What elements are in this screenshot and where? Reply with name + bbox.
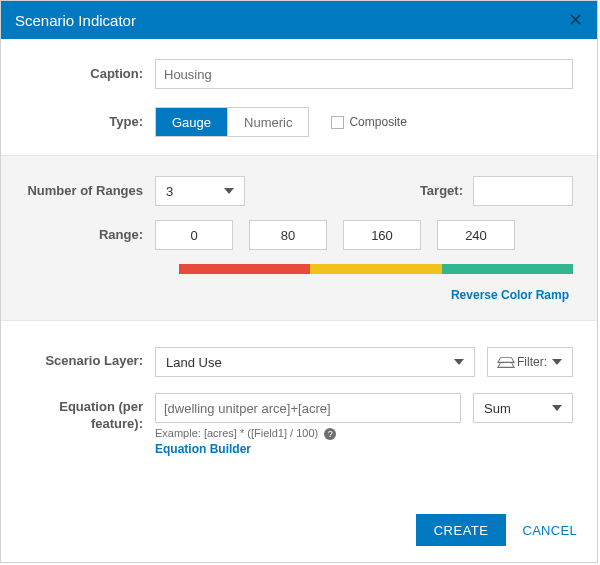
chevron-down-icon bbox=[552, 405, 562, 411]
equation-builder-link[interactable]: Equation Builder bbox=[155, 442, 573, 456]
aggregation-select[interactable]: Sum bbox=[473, 393, 573, 423]
equation-input[interactable] bbox=[155, 393, 461, 423]
equation-example: Example: [acres] * ([Field1] / 100) ? bbox=[155, 427, 573, 440]
range-inputs bbox=[155, 220, 573, 250]
cancel-button[interactable]: CANCEL bbox=[522, 523, 577, 538]
aggregation-value: Sum bbox=[484, 401, 511, 416]
scenario-layer-select[interactable]: Land Use bbox=[155, 347, 475, 377]
range-stop-0[interactable] bbox=[155, 220, 233, 250]
range-stop-2[interactable] bbox=[343, 220, 421, 250]
create-button[interactable]: CREATE bbox=[416, 514, 507, 546]
checkbox-icon[interactable] bbox=[331, 116, 344, 129]
reverse-color-ramp-link[interactable]: Reverse Color Ramp bbox=[25, 288, 569, 302]
layers-icon bbox=[498, 356, 512, 368]
caption-input[interactable] bbox=[155, 59, 573, 89]
chevron-down-icon bbox=[224, 188, 234, 194]
target-input[interactable] bbox=[473, 176, 573, 206]
close-icon[interactable]: ✕ bbox=[568, 9, 583, 31]
dialog-footer: CREATE CANCEL bbox=[1, 498, 597, 562]
ranges-panel: Number of Ranges 3 Target: Range: Revers… bbox=[1, 155, 597, 321]
help-icon[interactable]: ? bbox=[324, 428, 336, 440]
type-label: Type: bbox=[25, 114, 155, 131]
color-ramp bbox=[179, 264, 573, 274]
num-ranges-label: Number of Ranges bbox=[25, 183, 155, 200]
scenario-indicator-dialog: Scenario Indicator ✕ Caption: Type: Gaug… bbox=[0, 0, 598, 563]
equation-label: Equation (per feature): bbox=[25, 393, 155, 433]
filter-button[interactable]: Filter: bbox=[487, 347, 573, 377]
ramp-seg-2 bbox=[442, 264, 573, 274]
bottom-section: Scenario Layer: Land Use Filter: Equatio… bbox=[1, 321, 597, 478]
caption-label: Caption: bbox=[25, 66, 155, 83]
filter-label: Filter: bbox=[517, 355, 547, 369]
ramp-seg-1 bbox=[310, 264, 441, 274]
range-stop-1[interactable] bbox=[249, 220, 327, 250]
dialog-title: Scenario Indicator bbox=[15, 12, 136, 29]
num-ranges-value: 3 bbox=[166, 184, 173, 199]
type-numeric-button[interactable]: Numeric bbox=[227, 108, 308, 136]
type-gauge-button[interactable]: Gauge bbox=[156, 108, 227, 136]
composite-label: Composite bbox=[349, 115, 406, 129]
scenario-layer-label: Scenario Layer: bbox=[25, 347, 155, 370]
ramp-seg-0 bbox=[179, 264, 310, 274]
type-segmented: Gauge Numeric bbox=[155, 107, 309, 137]
range-label: Range: bbox=[25, 227, 155, 244]
chevron-down-icon bbox=[552, 359, 562, 365]
dialog-header: Scenario Indicator ✕ bbox=[1, 1, 597, 39]
scenario-layer-value: Land Use bbox=[166, 355, 222, 370]
range-stop-3[interactable] bbox=[437, 220, 515, 250]
top-section: Caption: Type: Gauge Numeric Composite bbox=[1, 39, 597, 155]
chevron-down-icon bbox=[454, 359, 464, 365]
num-ranges-select[interactable]: 3 bbox=[155, 176, 245, 206]
target-label: Target: bbox=[245, 183, 473, 200]
composite-checkbox-wrap[interactable]: Composite bbox=[331, 115, 406, 129]
